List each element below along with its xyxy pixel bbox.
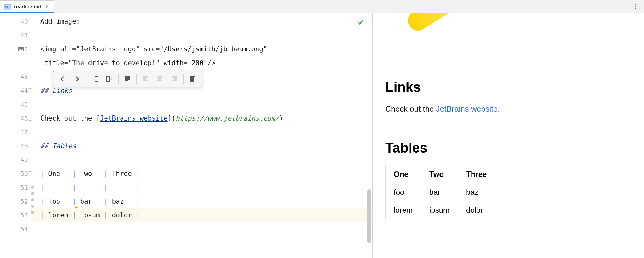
svg-rect-10 xyxy=(95,76,98,81)
delete-button[interactable] xyxy=(185,73,199,85)
table-pipe: | xyxy=(40,198,48,205)
svg-rect-26 xyxy=(190,77,194,82)
svg-text:MD: MD xyxy=(5,6,9,9)
gutter: 40 41 42 43 44 45 46 47 48 49 50 51 52 5… xyxy=(0,13,31,258)
close-icon[interactable]: × xyxy=(44,3,50,10)
lineno: 45 xyxy=(20,101,28,108)
svg-point-4 xyxy=(635,8,636,9)
toolbar-separator xyxy=(183,74,184,84)
table-cell: lorem xyxy=(48,211,72,219)
svg-rect-14 xyxy=(125,78,130,80)
table-pipe: | xyxy=(104,170,112,177)
preview-text: Check out the xyxy=(385,104,436,113)
fold-handle-icon[interactable] xyxy=(28,144,32,148)
code-text: . xyxy=(283,115,287,122)
vertical-scrollbar[interactable] xyxy=(367,189,371,243)
lineno: 40 xyxy=(20,18,28,25)
kebab-menu-icon[interactable] xyxy=(630,1,641,12)
lineno: 41 xyxy=(20,31,28,39)
table-pipe: | xyxy=(40,184,44,191)
table-pipe: | xyxy=(72,211,80,219)
tab-readme[interactable]: MD readme.md × xyxy=(0,0,54,13)
table-pipe: | xyxy=(72,198,80,205)
code-text: <img alt="JetBrains Logo" src="/Users/js… xyxy=(40,45,267,53)
fold-handle-icon[interactable] xyxy=(28,227,32,231)
lineno: 43 xyxy=(20,73,28,81)
align-right-button[interactable] xyxy=(167,73,181,85)
table-pipe: | xyxy=(40,211,48,219)
svg-rect-13 xyxy=(125,76,130,78)
table-pipe: | xyxy=(136,211,140,219)
move-left-button[interactable] xyxy=(56,73,70,85)
svg-text:+: + xyxy=(110,76,113,81)
table-header-cell: Three xyxy=(458,165,495,183)
preview-link[interactable]: JetBrains website xyxy=(436,104,498,113)
link-text: JetBrains website xyxy=(100,115,168,122)
fold-handle-icon[interactable] xyxy=(28,88,32,93)
svg-rect-28 xyxy=(191,76,193,76)
table-header-cell: Two xyxy=(421,165,458,183)
change-dot-icon xyxy=(31,198,34,201)
table-toolbar: + + xyxy=(53,71,202,87)
link-url: https://www.jetbrains.com/ xyxy=(176,115,279,122)
table-row: foo bar baz xyxy=(386,183,495,201)
table-cell: foo xyxy=(48,198,72,205)
change-dot-icon xyxy=(31,186,34,189)
table-pipe: | xyxy=(72,184,76,191)
align-left-button[interactable] xyxy=(138,73,152,85)
lineno: 51 xyxy=(20,184,28,191)
preview-text: . xyxy=(498,104,500,113)
code-text: Add image: xyxy=(40,18,80,25)
tab-bar: MD readme.md × xyxy=(0,0,644,13)
table-pipe: | xyxy=(136,198,140,205)
md-heading-marker: ## xyxy=(40,142,52,150)
table-header-cell: One xyxy=(386,165,421,183)
svg-point-3 xyxy=(635,6,636,7)
md-heading-text: Tables xyxy=(52,142,76,150)
jetbrains-beam-image xyxy=(404,13,486,55)
table-sep: ------- xyxy=(76,184,104,191)
lineno: 46 xyxy=(20,115,28,122)
fold-handle-icon[interactable] xyxy=(28,171,32,176)
fold-handle-icon[interactable] xyxy=(28,61,32,65)
table-pipe: | xyxy=(104,211,112,219)
preview-pane: Links Check out the JetBrains website. T… xyxy=(373,13,644,258)
table-cell: baz xyxy=(112,198,136,205)
table-pipe: | xyxy=(104,198,112,205)
table-cell: lorem xyxy=(386,201,421,219)
insert-column-before-button[interactable]: + xyxy=(88,73,102,85)
table-cell: Three xyxy=(112,170,136,177)
table-cell: dolor xyxy=(112,211,136,219)
link-paren: ( xyxy=(172,115,176,122)
change-markers xyxy=(31,186,33,214)
align-center-button[interactable] xyxy=(153,73,167,85)
lineno: 50 xyxy=(20,170,28,177)
insert-column-after-button[interactable]: + xyxy=(103,73,116,85)
table-sep: ------- xyxy=(108,184,136,191)
lineno: 44 xyxy=(20,87,28,94)
code-text: title="The drive to develop!" width="200… xyxy=(40,59,215,67)
svg-point-2 xyxy=(635,4,636,5)
table-cell: bar xyxy=(80,198,104,205)
preview-table: One Two Three foo bar baz lorem ipsum do… xyxy=(385,165,495,219)
table-cell: ipsum xyxy=(421,201,458,219)
table-cell: dolor xyxy=(458,201,495,219)
table-sep: ------- xyxy=(44,184,72,191)
move-right-button[interactable] xyxy=(70,73,84,85)
fold-handle-icon[interactable] xyxy=(28,116,32,121)
code-editor[interactable]: Add image: <img alt="JetBrains Logo" src… xyxy=(31,13,372,258)
table-cell: One xyxy=(48,170,72,177)
select-cell-button[interactable] xyxy=(121,73,134,85)
table-cell: ipsum xyxy=(80,211,104,219)
table-pipe: | xyxy=(40,170,48,177)
intention-bulb-icon[interactable] xyxy=(33,198,40,205)
lineno: 52 xyxy=(20,198,28,205)
editor-pane: 40 41 42 43 44 45 46 47 48 49 50 51 52 5… xyxy=(0,13,373,258)
md-heading-text: Links xyxy=(52,87,72,94)
table-pipe: | xyxy=(136,184,140,191)
svg-rect-27 xyxy=(190,76,195,77)
svg-rect-15 xyxy=(125,80,128,81)
image-gutter-icon[interactable] xyxy=(18,46,24,52)
lineno: 49 xyxy=(20,156,28,164)
table-pipe: | xyxy=(104,184,108,191)
